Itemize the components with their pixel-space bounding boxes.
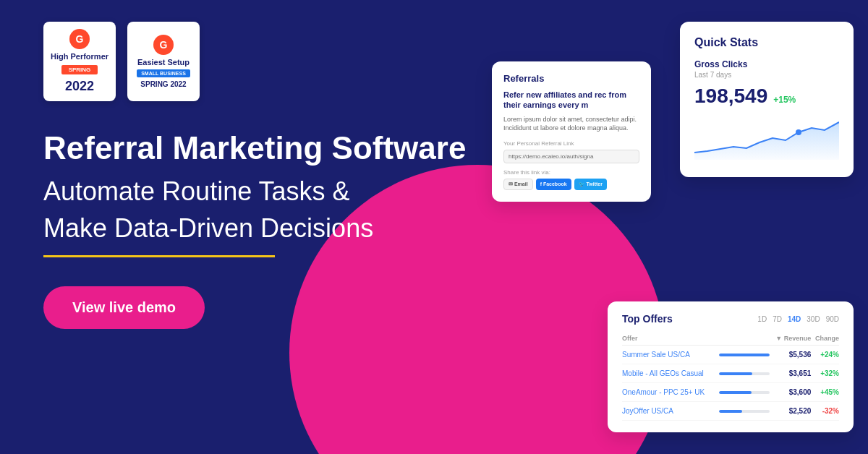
period-tab-14d[interactable]: 14D	[788, 315, 801, 323]
badge-title-1: High Performer	[51, 52, 109, 61]
table-row: JoyOffer US/CA$2,520-32%	[622, 402, 839, 421]
top-offers-card: Top Offers 1D 7D 14D 30D 90D Offer ▼ Rev…	[608, 301, 854, 432]
g2-logo-1: G	[69, 29, 90, 49]
referrals-card-body: Lorem ipsum dolor sit amet, consectetur …	[503, 115, 639, 133]
main-headline: Referral Marketing Software	[43, 130, 506, 167]
offer-change: +24%	[811, 346, 839, 364]
period-tabs: 1D 7D 14D 30D 90D	[757, 315, 839, 323]
top-offers-header: Top Offers 1D 7D 14D 30D 90D	[622, 313, 839, 325]
offer-change: +32%	[811, 364, 839, 383]
referrals-card-heading: Refer new affiliates and rec from their …	[503, 90, 639, 111]
sub-headline-2: Make Data-Driven Decisions	[43, 213, 506, 244]
badge-year-2: SPRING 2022	[140, 80, 186, 88]
yellow-divider	[43, 255, 275, 257]
badge-high-performer: G High Performer SPRING 2022	[43, 22, 116, 101]
offer-bar	[719, 346, 770, 364]
share-twitter-button[interactable]: 🐦 Twitter	[574, 179, 607, 190]
offers-col-change: Change	[811, 332, 839, 346]
offers-table: Offer ▼ Revenue Change Summer Sale US/CA…	[622, 332, 839, 421]
badge-ribbon-blue-2: Small Business	[137, 69, 190, 77]
offers-table-body: Summer Sale US/CA$5,536+24%Mobile - All …	[622, 346, 839, 421]
top-offers-title: Top Offers	[622, 313, 673, 325]
referrals-share-label: Share this link via:	[503, 169, 639, 176]
badge-ribbon-1: SPRING	[61, 65, 98, 74]
sub-headline-1: Automate Routine Tasks &	[43, 176, 506, 207]
offer-bar	[719, 364, 770, 383]
offer-change: -32%	[811, 402, 839, 421]
offers-col-bar	[719, 332, 770, 346]
gross-clicks-chart	[694, 116, 839, 160]
referrals-link-value: https://demo.ecaleo.io/auth/signa	[503, 150, 639, 163]
period-tab-7d[interactable]: 7D	[773, 315, 782, 323]
offer-bar	[719, 402, 770, 421]
content-wrapper: G High Performer SPRING 2022 G Easiest S…	[0, 0, 868, 454]
referrals-link-label: Your Personal Referral Link	[503, 140, 639, 147]
table-row: OneAmour - PPC 25+ UK$3,600+45%	[622, 383, 839, 402]
share-email-button[interactable]: ✉ Email	[503, 179, 533, 190]
period-tab-1d[interactable]: 1D	[757, 315, 767, 323]
offer-change: +45%	[811, 383, 839, 402]
quick-stats-change: +15%	[773, 95, 796, 105]
svg-point-0	[796, 129, 801, 135]
share-buttons: ✉ Email f Facebook 🐦 Twitter	[503, 179, 639, 190]
badge-easiest-setup: G Easiest Setup Small Business SPRING 20…	[127, 22, 200, 101]
referrals-card-title: Referrals	[503, 73, 639, 84]
quick-stats-value: 198,549	[694, 85, 767, 108]
offers-table-header-row: Offer ▼ Revenue Change	[622, 332, 839, 346]
offer-revenue: $5,536	[770, 346, 811, 364]
table-row: Summer Sale US/CA$5,536+24%	[622, 346, 839, 364]
quick-stats-period: Last 7 days	[694, 71, 839, 79]
quick-stats-title: Quick Stats	[694, 36, 839, 49]
offer-name[interactable]: OneAmour - PPC 25+ UK	[622, 383, 719, 402]
demo-button[interactable]: View live demo	[43, 286, 205, 329]
period-tab-90d[interactable]: 90D	[826, 315, 839, 323]
badge-year-1: 2022	[65, 79, 94, 94]
referrals-card: Referrals Refer new affiliates and rec f…	[492, 61, 651, 202]
badges-row: G High Performer SPRING 2022 G Easiest S…	[43, 22, 506, 101]
table-row: Mobile - All GEOs Casual$3,651+32%	[622, 364, 839, 383]
offer-name[interactable]: JoyOffer US/CA	[622, 402, 719, 421]
quick-stats-value-row: 198,549 +15%	[694, 85, 839, 108]
left-panel: G High Performer SPRING 2022 G Easiest S…	[43, 0, 506, 454]
offers-col-revenue: ▼ Revenue	[770, 332, 811, 346]
offers-col-offer: Offer	[622, 332, 719, 346]
offer-revenue: $3,651	[770, 364, 811, 383]
offer-bar	[719, 383, 770, 402]
g2-logo-2: G	[153, 35, 174, 55]
badge-title-2: Easiest Setup	[137, 58, 190, 67]
quick-stats-card: Quick Stats Gross Clicks Last 7 days 198…	[680, 22, 854, 177]
period-tab-30d[interactable]: 30D	[807, 315, 820, 323]
right-panel: Referrals Refer new affiliates and rec f…	[463, 0, 868, 454]
offer-name[interactable]: Summer Sale US/CA	[622, 346, 719, 364]
quick-stats-metric-label: Gross Clicks	[694, 59, 839, 69]
offer-revenue: $2,520	[770, 402, 811, 421]
offer-revenue: $3,600	[770, 383, 811, 402]
offer-name[interactable]: Mobile - All GEOs Casual	[622, 364, 719, 383]
share-facebook-button[interactable]: f Facebook	[536, 179, 571, 190]
